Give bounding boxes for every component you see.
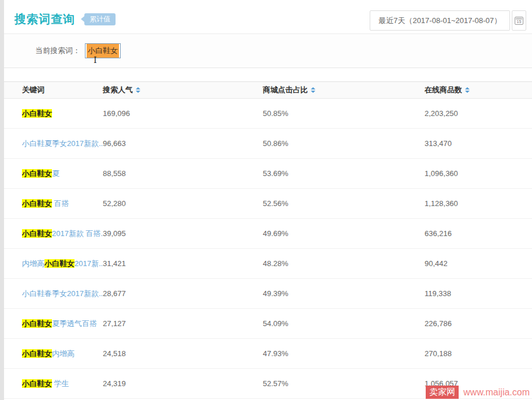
keyword-highlighted-term: 小白鞋女: [22, 229, 52, 238]
table-row[interactable]: 小白鞋女 169,096 50.85% 2,203,250: [4, 99, 532, 129]
date-range-control: 最近7天（2017-08-01~2017-08-07） 15: [370, 10, 526, 31]
online-products-cell: 270,188: [425, 349, 532, 358]
date-range-button[interactable]: 最近7天（2017-08-01~2017-08-07）: [370, 10, 510, 31]
search-popularity-cell: 96,663: [103, 139, 263, 148]
keyword-cell: 小白鞋女 百搭: [22, 199, 103, 209]
keyword-highlighted-term: 小白鞋女: [22, 319, 52, 328]
keyword-highlighted-term: 小白鞋女: [22, 109, 52, 118]
date-range-label: 最近7天（2017-08-01~2017-08-07）: [378, 16, 501, 26]
column-header-mall-click-ratio[interactable]: 商城点击占比: [263, 85, 425, 95]
sort-arrows-icon[interactable]: [311, 87, 315, 93]
online-products-cell: 2,203,250: [425, 109, 532, 118]
mall-click-ratio-cell: 50.86%: [263, 139, 425, 148]
mall-click-ratio-cell: 52.57%: [263, 379, 425, 388]
table-row[interactable]: 小白鞋女夏 88,558 53.69% 1,096,360: [4, 159, 532, 189]
cumulative-value-badge: 累计值: [84, 13, 116, 25]
column-header-search-popularity[interactable]: 搜索人气: [103, 85, 263, 95]
online-products-cell: 119,338: [425, 289, 532, 298]
keyword-link-text[interactable]: 夏季透气百搭: [52, 319, 97, 328]
table-row[interactable]: 小白鞋女 百搭 52,280 52.56% 1,128,360: [4, 189, 532, 219]
search-popularity-cell: 52,280: [103, 199, 263, 208]
online-products-cell: 226,786: [425, 319, 532, 328]
online-products-cell: 1,096,360: [425, 169, 532, 178]
keyword-highlighted-term: 小白鞋女: [44, 259, 75, 268]
mall-click-ratio-cell: 47.93%: [263, 349, 425, 358]
mall-click-ratio-cell: 54.09%: [263, 319, 425, 328]
mall-click-ratio-cell: 53.69%: [263, 169, 425, 178]
keyword-link-text[interactable]: 内增高: [52, 349, 75, 358]
keyword-highlighted-term: 小白鞋女: [22, 169, 52, 178]
keyword-cell: 小白鞋女夏: [22, 169, 103, 179]
calendar-icon: 15: [515, 17, 523, 25]
table-row[interactable]: 小白鞋女夏季透气百搭 27,127 54.09% 226,786: [4, 309, 532, 339]
watermark-site-url: www.maijia.com: [463, 387, 530, 398]
keyword-highlighted-term: 小白鞋女: [22, 349, 52, 358]
keyword-highlighted-term: 小白鞋女: [22, 199, 52, 208]
watermark: 卖家网 www.maijia.com: [426, 386, 532, 399]
table-row[interactable]: 小白鞋春季女2017新款... 28,677 49.39% 119,338: [4, 279, 532, 309]
search-popularity-cell: 88,558: [103, 169, 263, 178]
keyword-table: 关键词 搜索人气 商城点击占比 在线商品数 小白鞋女 169,096 50.85…: [4, 81, 532, 399]
keyword-cell: 小白鞋夏季女2017新款...: [22, 139, 103, 149]
current-search-word-label: 当前搜索词：: [35, 46, 80, 56]
table-body: 小白鞋女 169,096 50.85% 2,203,250 小白鞋夏季女2017…: [4, 99, 532, 399]
online-products-cell: 636,216: [425, 229, 532, 238]
mall-click-ratio-cell: 52.56%: [263, 199, 425, 208]
keyword-cell: 小白鞋女夏季透气百搭: [22, 319, 103, 329]
keyword-link-text[interactable]: 2017新款 百搭..: [52, 229, 103, 238]
search-popularity-cell: 28,677: [103, 289, 263, 298]
column-header-online-products[interactable]: 在线商品数: [425, 85, 532, 95]
search-popularity-cell: 24,319: [103, 379, 263, 388]
keyword-cell: 小白鞋女 学生: [22, 379, 103, 389]
page-title: 搜索词查询: [14, 12, 75, 27]
online-products-cell: 313,470: [425, 139, 532, 148]
table-row[interactable]: 内增高小白鞋女2017新... 31,421 48.28% 90,442: [4, 249, 532, 279]
column-header-keyword: 关键词: [22, 85, 103, 95]
keyword-cell: 内增高小白鞋女2017新...: [22, 259, 103, 269]
mall-click-ratio-cell: 49.39%: [263, 289, 425, 298]
keyword-link-text[interactable]: 百搭: [52, 199, 69, 208]
table-row[interactable]: 小白鞋女2017新款 百搭.. 39,095 49.69% 636,216: [4, 219, 532, 249]
sort-arrows-icon[interactable]: [465, 87, 470, 93]
table-header-row: 关键词 搜索人气 商城点击占比 在线商品数: [4, 81, 532, 99]
keyword-cell: 小白鞋女2017新款 百搭..: [22, 229, 103, 239]
text-cursor-icon: I: [94, 56, 97, 64]
title-wrap: 搜索词查询 累计值: [14, 12, 116, 27]
search-popularity-cell: 31,421: [103, 259, 263, 268]
search-popularity-cell: 169,096: [103, 109, 263, 118]
search-popularity-cell: 24,518: [103, 349, 263, 358]
keyword-link-text[interactable]: 2017新...: [75, 259, 103, 268]
keyword-cell: 小白鞋女内增高: [22, 349, 103, 359]
keyword-cell: 小白鞋春季女2017新款...: [22, 289, 103, 299]
keyword-link-text[interactable]: 小白鞋春季女2017新款...: [22, 289, 103, 298]
sort-arrows-icon[interactable]: [136, 87, 140, 93]
keyword-link-text[interactable]: 夏: [52, 169, 59, 178]
topbar: 搜索词查询 累计值 最近7天（2017-08-01~2017-08-07） 15: [4, 0, 532, 33]
left-edge-strip: [0, 0, 4, 400]
keyword-link-text[interactable]: 学生: [52, 379, 69, 388]
online-products-cell: 90,442: [425, 259, 532, 268]
current-search-word-bar: 当前搜索词： 小白鞋女 I: [4, 33, 532, 68]
mall-click-ratio-cell: 50.85%: [263, 109, 425, 118]
online-products-cell: 1,128,360: [425, 199, 532, 208]
table-row[interactable]: 小白鞋夏季女2017新款... 96,663 50.86% 313,470: [4, 129, 532, 159]
mall-click-ratio-cell: 48.28%: [263, 259, 425, 268]
keyword-highlighted-term: 小白鞋女: [22, 379, 52, 388]
watermark-brand-badge: 卖家网: [426, 386, 459, 399]
table-row[interactable]: 小白鞋女内增高 24,518 47.93% 270,188: [4, 339, 532, 369]
keyword-link-text[interactable]: 内增高: [22, 259, 44, 268]
keyword-link-text[interactable]: 小白鞋夏季女2017新款...: [22, 139, 103, 148]
calendar-button[interactable]: 15: [512, 10, 526, 31]
search-term-query-page: 搜索词查询 累计值 最近7天（2017-08-01~2017-08-07） 15…: [4, 0, 532, 400]
search-popularity-cell: 27,127: [103, 319, 263, 328]
search-word-selected-text: 小白鞋女: [87, 44, 119, 58]
keyword-cell: 小白鞋女: [22, 109, 103, 119]
mall-click-ratio-cell: 49.69%: [263, 229, 425, 238]
search-word-input[interactable]: 小白鞋女: [85, 43, 121, 58]
search-popularity-cell: 39,095: [103, 229, 263, 238]
